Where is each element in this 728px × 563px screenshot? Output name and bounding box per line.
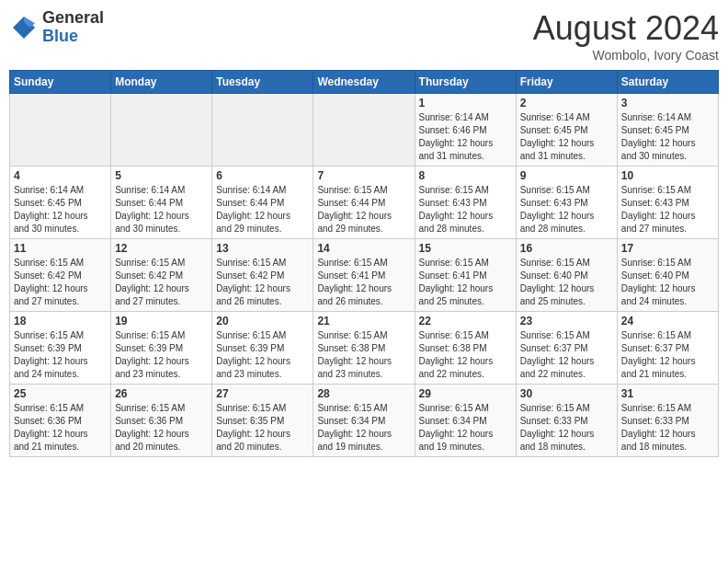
- day-number: 3: [621, 97, 714, 109]
- calendar-cell: 21Sunrise: 6:15 AMSunset: 6:38 PMDayligh…: [313, 312, 415, 385]
- day-number: 15: [419, 242, 512, 255]
- calendar-cell: 17Sunrise: 6:15 AMSunset: 6:40 PMDayligh…: [617, 239, 718, 312]
- day-info: Sunrise: 6:15 AMSunset: 6:39 PMDaylight:…: [14, 329, 107, 381]
- calendar-cell: 27Sunrise: 6:15 AMSunset: 6:35 PMDayligh…: [212, 385, 313, 457]
- day-number: 12: [115, 242, 208, 255]
- calendar-cell: 25Sunrise: 6:15 AMSunset: 6:36 PMDayligh…: [10, 385, 111, 457]
- day-number: 5: [115, 169, 208, 182]
- calendar-cell: 28Sunrise: 6:15 AMSunset: 6:34 PMDayligh…: [313, 385, 415, 457]
- calendar-week-1: 1Sunrise: 6:14 AMSunset: 6:46 PMDaylight…: [10, 94, 719, 167]
- calendar-cell: 20Sunrise: 6:15 AMSunset: 6:39 PMDayligh…: [212, 312, 313, 385]
- calendar-cell: 8Sunrise: 6:15 AMSunset: 6:43 PMDaylight…: [415, 167, 516, 239]
- day-number: 20: [216, 315, 309, 327]
- day-number: 18: [14, 315, 107, 327]
- day-number: 2: [520, 97, 613, 109]
- calendar-cell: 23Sunrise: 6:15 AMSunset: 6:37 PMDayligh…: [516, 312, 617, 385]
- day-number: 13: [216, 242, 309, 255]
- day-info: Sunrise: 6:15 AMSunset: 6:34 PMDaylight:…: [317, 402, 410, 454]
- day-number: 28: [317, 387, 410, 400]
- logo: General Blue: [9, 9, 104, 46]
- day-info: Sunrise: 6:14 AMSunset: 6:45 PMDaylight:…: [14, 184, 107, 236]
- calendar-cell: 10Sunrise: 6:15 AMSunset: 6:43 PMDayligh…: [617, 167, 718, 239]
- day-info: Sunrise: 6:15 AMSunset: 6:40 PMDaylight:…: [520, 257, 613, 308]
- logo-text: General Blue: [42, 9, 104, 46]
- calendar-cell: 3Sunrise: 6:14 AMSunset: 6:45 PMDaylight…: [617, 94, 718, 167]
- calendar-header-row: SundayMondayTuesdayWednesdayThursdayFrid…: [10, 71, 719, 94]
- calendar-cell: [212, 94, 313, 167]
- calendar-week-5: 25Sunrise: 6:15 AMSunset: 6:36 PMDayligh…: [10, 385, 719, 457]
- day-number: 17: [621, 242, 714, 255]
- day-number: 21: [317, 315, 410, 327]
- calendar-week-3: 11Sunrise: 6:15 AMSunset: 6:42 PMDayligh…: [10, 239, 719, 312]
- calendar-cell: 16Sunrise: 6:15 AMSunset: 6:40 PMDayligh…: [516, 239, 617, 312]
- calendar-cell: 12Sunrise: 6:15 AMSunset: 6:42 PMDayligh…: [111, 239, 212, 312]
- day-of-week-saturday: Saturday: [617, 71, 718, 94]
- calendar-cell: 19Sunrise: 6:15 AMSunset: 6:39 PMDayligh…: [111, 312, 212, 385]
- day-info: Sunrise: 6:14 AMSunset: 6:45 PMDaylight:…: [520, 111, 613, 163]
- day-info: Sunrise: 6:15 AMSunset: 6:36 PMDaylight:…: [115, 402, 208, 454]
- day-info: Sunrise: 6:15 AMSunset: 6:34 PMDaylight:…: [419, 402, 512, 454]
- day-info: Sunrise: 6:15 AMSunset: 6:43 PMDaylight:…: [419, 184, 512, 236]
- calendar-cell: 13Sunrise: 6:15 AMSunset: 6:42 PMDayligh…: [212, 239, 313, 312]
- calendar-cell: 24Sunrise: 6:15 AMSunset: 6:37 PMDayligh…: [617, 312, 718, 385]
- day-number: 30: [520, 387, 613, 400]
- day-of-week-thursday: Thursday: [415, 71, 516, 94]
- day-number: 1: [419, 97, 512, 109]
- calendar-cell: 22Sunrise: 6:15 AMSunset: 6:38 PMDayligh…: [415, 312, 516, 385]
- day-info: Sunrise: 6:15 AMSunset: 6:38 PMDaylight:…: [317, 329, 410, 381]
- day-info: Sunrise: 6:15 AMSunset: 6:33 PMDaylight:…: [621, 402, 714, 454]
- day-info: Sunrise: 6:15 AMSunset: 6:33 PMDaylight:…: [520, 402, 613, 454]
- day-number: 8: [419, 169, 512, 182]
- calendar-week-2: 4Sunrise: 6:14 AMSunset: 6:45 PMDaylight…: [10, 167, 719, 239]
- day-number: 29: [419, 387, 512, 400]
- day-info: Sunrise: 6:15 AMSunset: 6:41 PMDaylight:…: [317, 257, 410, 308]
- calendar-cell: 15Sunrise: 6:15 AMSunset: 6:41 PMDayligh…: [415, 239, 516, 312]
- day-info: Sunrise: 6:15 AMSunset: 6:39 PMDaylight:…: [115, 329, 208, 381]
- day-info: Sunrise: 6:15 AMSunset: 6:41 PMDaylight:…: [419, 257, 512, 308]
- day-info: Sunrise: 6:15 AMSunset: 6:42 PMDaylight:…: [115, 257, 208, 308]
- calendar-cell: 2Sunrise: 6:14 AMSunset: 6:45 PMDaylight…: [516, 94, 617, 167]
- calendar-week-4: 18Sunrise: 6:15 AMSunset: 6:39 PMDayligh…: [10, 312, 719, 385]
- logo-general: General: [42, 9, 104, 28]
- day-number: 27: [216, 387, 309, 400]
- calendar-cell: 1Sunrise: 6:14 AMSunset: 6:46 PMDaylight…: [415, 94, 516, 167]
- calendar-cell: 7Sunrise: 6:15 AMSunset: 6:44 PMDaylight…: [313, 167, 415, 239]
- calendar-cell: [10, 94, 111, 167]
- day-info: Sunrise: 6:14 AMSunset: 6:46 PMDaylight:…: [419, 111, 512, 163]
- calendar-cell: 5Sunrise: 6:14 AMSunset: 6:44 PMDaylight…: [111, 167, 212, 239]
- day-number: 11: [14, 242, 107, 255]
- calendar-cell: 31Sunrise: 6:15 AMSunset: 6:33 PMDayligh…: [617, 385, 718, 457]
- day-number: 7: [317, 169, 410, 182]
- day-number: 26: [115, 387, 208, 400]
- day-info: Sunrise: 6:15 AMSunset: 6:37 PMDaylight:…: [621, 329, 714, 381]
- calendar-cell: 9Sunrise: 6:15 AMSunset: 6:43 PMDaylight…: [516, 167, 617, 239]
- day-info: Sunrise: 6:15 AMSunset: 6:40 PMDaylight:…: [621, 257, 714, 308]
- day-info: Sunrise: 6:15 AMSunset: 6:44 PMDaylight:…: [317, 184, 410, 236]
- day-number: 14: [317, 242, 410, 255]
- day-number: 22: [419, 315, 512, 327]
- day-info: Sunrise: 6:15 AMSunset: 6:42 PMDaylight:…: [216, 257, 309, 308]
- day-info: Sunrise: 6:15 AMSunset: 6:38 PMDaylight:…: [419, 329, 512, 381]
- logo-blue: Blue: [42, 28, 104, 46]
- day-info: Sunrise: 6:14 AMSunset: 6:45 PMDaylight:…: [621, 111, 714, 163]
- day-number: 19: [115, 315, 208, 327]
- day-number: 9: [520, 169, 613, 182]
- day-info: Sunrise: 6:15 AMSunset: 6:43 PMDaylight:…: [621, 184, 714, 236]
- day-info: Sunrise: 6:15 AMSunset: 6:39 PMDaylight:…: [216, 329, 309, 381]
- day-info: Sunrise: 6:15 AMSunset: 6:36 PMDaylight:…: [14, 402, 107, 454]
- calendar-cell: 11Sunrise: 6:15 AMSunset: 6:42 PMDayligh…: [10, 239, 111, 312]
- page-header: General Blue August 2024 Wombolo, Ivory …: [9, 9, 719, 63]
- day-number: 24: [621, 315, 714, 327]
- calendar-table: SundayMondayTuesdayWednesdayThursdayFrid…: [9, 70, 719, 457]
- calendar-cell: 30Sunrise: 6:15 AMSunset: 6:33 PMDayligh…: [516, 385, 617, 457]
- day-info: Sunrise: 6:14 AMSunset: 6:44 PMDaylight:…: [216, 184, 309, 236]
- day-number: 16: [520, 242, 613, 255]
- calendar-title: August 2024: [533, 9, 719, 48]
- day-number: 25: [14, 387, 107, 400]
- day-info: Sunrise: 6:14 AMSunset: 6:44 PMDaylight:…: [115, 184, 208, 236]
- calendar-cell: 29Sunrise: 6:15 AMSunset: 6:34 PMDayligh…: [415, 385, 516, 457]
- day-number: 31: [621, 387, 714, 400]
- day-info: Sunrise: 6:15 AMSunset: 6:35 PMDaylight:…: [216, 402, 309, 454]
- logo-icon: [9, 13, 39, 42]
- day-info: Sunrise: 6:15 AMSunset: 6:37 PMDaylight:…: [520, 329, 613, 381]
